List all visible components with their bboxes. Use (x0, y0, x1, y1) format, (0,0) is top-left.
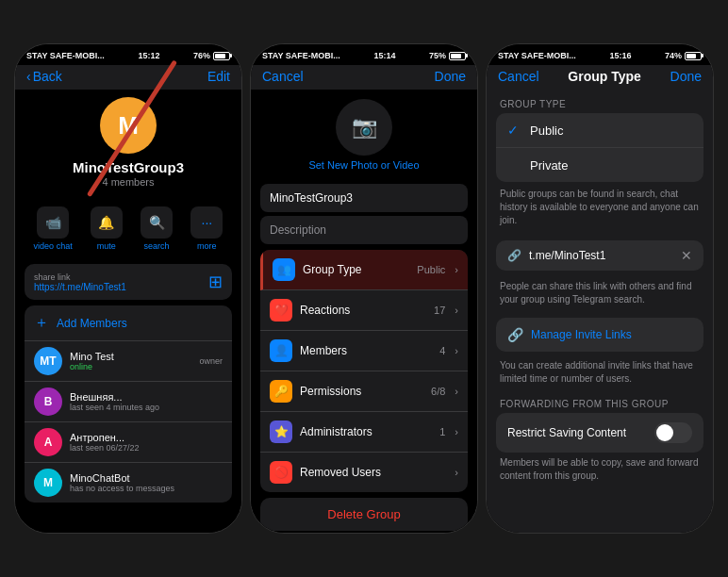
members-value: 4 (439, 345, 445, 356)
carrier-2: STAY SAFE-MOBI... (262, 51, 340, 60)
member-avatar-a: А (34, 428, 62, 456)
cancel-button-3[interactable]: Cancel (498, 69, 539, 84)
edit-button[interactable]: Edit (207, 69, 230, 84)
back-label: Back (33, 69, 62, 84)
link-icon: 🔗 (507, 249, 521, 262)
link-clear-button[interactable]: ✕ (681, 248, 692, 263)
link-field-section[interactable]: 🔗 t.me/MinoTest1 ✕ (496, 240, 703, 271)
member-info-b: Bнешняя... last seen 4 minutes ago (70, 391, 223, 412)
edit-photo-section: 📷 Set New Photo or Video (251, 90, 477, 178)
text-input-section: MinoTestGroup3 Description (260, 184, 468, 244)
battery-section-1: 76% (193, 51, 230, 60)
video-chat-button[interactable]: 📹 video chat (34, 206, 73, 251)
status-bar-1: STAY SAFE-MOBI... 15:12 76% (15, 44, 241, 65)
member-row-b: B Bнешняя... last seen 4 minutes ago (25, 382, 232, 422)
group-name-field[interactable]: MinoTestGroup3 (260, 184, 468, 212)
administrators-label: Administrators (300, 425, 432, 438)
public-type-row[interactable]: ✓ Public (496, 113, 703, 148)
administrators-row[interactable]: ⭐ Administrators 1 › (260, 412, 468, 453)
camera-button[interactable]: 📷 (336, 99, 392, 156)
group-type-label: Group Type (303, 263, 409, 276)
member-name-mt: Mino Test (70, 351, 191, 362)
group-type-chevron: › (455, 264, 458, 275)
member-name-b: Bнешняя... (70, 391, 223, 403)
more-button[interactable]: ··· more (190, 206, 223, 251)
members-label: Members (300, 344, 432, 357)
manage-invite-button[interactable]: 🔗 Manage Invite Links (496, 318, 703, 352)
search-button[interactable]: 🔍 search (141, 206, 173, 251)
member-row-m: M MinoChatBot has no access to messages (25, 463, 232, 503)
administrators-value: 1 (439, 426, 445, 437)
removed-users-icon: 🚫 (270, 461, 292, 484)
members-chevron: › (455, 345, 458, 356)
member-avatar-m: M (34, 469, 62, 497)
toggle-knob (656, 424, 673, 441)
group-type-row[interactable]: 👥 Group Type Public › (260, 250, 468, 290)
camera-icon: 📷 (352, 115, 377, 140)
restrict-saving-label: Restrict Saving Content (507, 426, 626, 439)
share-link-section[interactable]: share link https://t.me/MinoTest1 ⊞ (25, 264, 232, 300)
cancel-button-2[interactable]: Cancel (262, 69, 304, 84)
share-link-label: share link (34, 272, 126, 282)
member-name-m: MinoChatBot (70, 472, 223, 484)
administrators-icon: ⭐ (270, 420, 292, 443)
member-avatar-mt: MT (34, 347, 62, 375)
share-link-url: https://t.me/MinoTest1 (34, 282, 126, 292)
reactions-icon: ❤️ (270, 299, 292, 321)
action-buttons-row: 📹 video chat 🔔 mute 🔍 search ··· more (15, 199, 241, 258)
member-status-m: has no access to messages (70, 484, 223, 493)
reactions-row[interactable]: ❤️ Reactions 17 › (260, 290, 468, 331)
member-row-mt: MT Mino Test online owner (25, 341, 232, 382)
removed-users-chevron: › (455, 467, 458, 478)
delete-group-button[interactable]: Delete Group (260, 498, 468, 531)
member-name-a: Антропен... (70, 432, 223, 443)
reactions-chevron: › (455, 305, 458, 316)
member-info-mt: Mino Test online (70, 351, 191, 371)
group-type-section-header: GROUP TYPE (487, 90, 713, 113)
mute-button[interactable]: 🔔 mute (91, 206, 123, 251)
removed-users-label: Removed Users (300, 466, 445, 479)
video-chat-icon: 📹 (37, 206, 69, 239)
public-checkmark-icon: ✓ (507, 123, 522, 138)
done-button-2[interactable]: Done (435, 69, 466, 84)
mute-label: mute (97, 241, 116, 251)
mute-icon: 🔔 (91, 206, 123, 239)
restrict-saving-toggle[interactable] (654, 422, 692, 443)
battery-icon-3 (685, 52, 702, 60)
time-1: 15:12 (138, 51, 159, 60)
link-value: t.me/MinoTest1 (529, 249, 673, 262)
share-link-info: share link https://t.me/MinoTest1 (34, 272, 126, 292)
members-row[interactable]: 👤 Members 4 › (260, 331, 468, 371)
member-info-m: MinoChatBot has no access to messages (70, 472, 223, 493)
carrier-1: STAY SAFE-MOBI... (26, 51, 105, 60)
permissions-chevron: › (455, 386, 458, 397)
nav-bar-2: Cancel Done (251, 65, 477, 90)
nav-bar-3: Cancel Group Type Done (487, 65, 713, 90)
add-members-button[interactable]: ＋ Add Members (25, 305, 232, 341)
group-members-count: 4 members (102, 176, 154, 188)
carrier-3: STAY SAFE-MOBI... (498, 51, 576, 60)
battery-percent-2: 75% (429, 51, 446, 60)
phone2-main-content: 📷 Set New Photo or Video MinoTestGroup3 … (251, 90, 477, 533)
done-button-3[interactable]: Done (670, 69, 702, 84)
private-type-row[interactable]: ✓ Private (496, 148, 703, 182)
member-role-mt: owner (199, 356, 223, 366)
phone3-main-content: GROUP TYPE ✓ Public ✓ Private Public gro… (487, 90, 713, 533)
nav-title-3: Group Type (568, 69, 641, 84)
back-button[interactable]: ‹ Back (26, 69, 62, 84)
permissions-row[interactable]: 🔑 Permissions 6/8 › (260, 371, 468, 412)
search-label: search (144, 241, 170, 251)
phone1-main-content: M MinoTestGroup3 4 members 📹 video chat … (15, 90, 241, 533)
status-bar-3: STAY SAFE-MOBI... 15:16 74% (487, 44, 713, 65)
restrict-saving-description: Members will be able to copy, save and f… (487, 453, 713, 490)
more-icon: ··· (190, 206, 223, 239)
members-section: ＋ Add Members MT Mino Test online owner … (25, 305, 232, 503)
member-status-mt: online (70, 362, 191, 371)
time-2: 15:14 (373, 51, 395, 60)
group-name: MinoTestGroup3 (73, 159, 184, 175)
permissions-value: 6/8 (431, 386, 445, 397)
description-field[interactable]: Description (260, 216, 468, 244)
add-member-icon: ＋ (34, 313, 49, 333)
removed-users-row[interactable]: 🚫 Removed Users › (260, 453, 468, 492)
qr-icon: ⊞ (208, 272, 223, 292)
